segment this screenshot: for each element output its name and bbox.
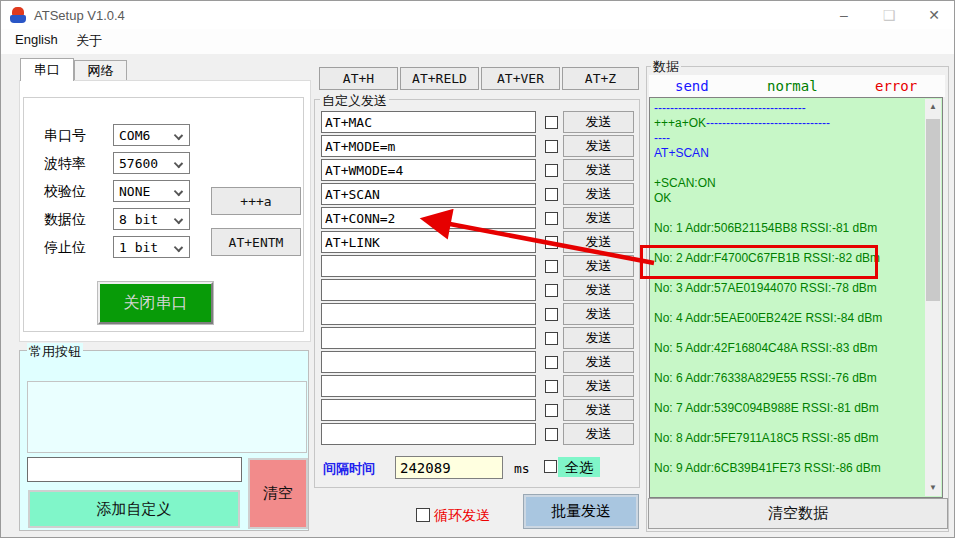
send-button[interactable]: 发送: [563, 207, 634, 229]
data-group-label: 数据: [651, 58, 681, 76]
send-button[interactable]: 发送: [563, 255, 634, 277]
data-log[interactable]: --------------------------------------++…: [649, 97, 943, 498]
custom-command-row: 发送: [321, 183, 637, 205]
baud-select[interactable]: 57600: [113, 152, 190, 174]
databits-label: 数据位: [44, 211, 86, 229]
scroll-down-icon[interactable]: ▼: [925, 480, 941, 496]
send-button[interactable]: 发送: [563, 159, 634, 181]
at-ver-button[interactable]: AT+VER: [481, 67, 560, 90]
command-checkbox[interactable]: [545, 212, 558, 225]
minimize-button[interactable]: –: [829, 1, 859, 29]
send-button[interactable]: 发送: [563, 135, 634, 157]
batch-send-button[interactable]: 批量发送: [524, 495, 638, 528]
command-checkbox[interactable]: [545, 356, 558, 369]
log-line: No: 6 Addr:76338A829E55 RSSI:-76 dBm: [654, 371, 912, 386]
log-line: [654, 416, 912, 431]
command-checkbox[interactable]: [545, 164, 558, 177]
command-checkbox[interactable]: [545, 380, 558, 393]
interval-input[interactable]: [395, 456, 503, 479]
command-checkbox[interactable]: [545, 116, 558, 129]
custom-command-input[interactable]: [321, 207, 536, 229]
tab-network[interactable]: 网络: [74, 60, 127, 81]
port-label: 串口号: [44, 127, 86, 145]
log-segment: No: 4 Addr:5EAE00EB242E RSSI:-84 dBm: [654, 311, 882, 325]
log-line: +++a+OK-------------------------------: [654, 116, 912, 131]
custom-command-input[interactable]: [321, 327, 536, 349]
close-button[interactable]: ✕: [919, 1, 949, 29]
close-serial-port-button[interactable]: 关闭串口: [98, 282, 213, 324]
send-button[interactable]: 发送: [563, 279, 634, 301]
custom-command-input[interactable]: [321, 183, 536, 205]
add-custom-button[interactable]: 添加自定义: [28, 490, 240, 528]
stopbits-label: 停止位: [44, 239, 86, 257]
scrollbar-thumb[interactable]: [926, 119, 940, 301]
custom-command-row: 发送: [321, 279, 637, 301]
chevron-down-icon: [174, 187, 183, 196]
port-value: COM6: [119, 128, 150, 143]
custom-command-row: 发送: [321, 303, 637, 325]
send-button[interactable]: 发送: [563, 399, 634, 421]
at-entm-button[interactable]: AT+ENTM: [211, 228, 301, 256]
scroll-up-icon[interactable]: ▲: [925, 99, 941, 115]
custom-command-input[interactable]: [321, 351, 536, 373]
command-checkbox[interactable]: [545, 236, 558, 249]
send-button[interactable]: 发送: [563, 303, 634, 325]
log-line: --------------------------------------: [654, 101, 912, 116]
command-checkbox[interactable]: [545, 332, 558, 345]
command-checkbox[interactable]: [545, 284, 558, 297]
select-all-checkbox[interactable]: [544, 460, 557, 473]
custom-command-input[interactable]: [321, 279, 536, 301]
send-button[interactable]: 发送: [563, 183, 634, 205]
custom-name-input[interactable]: [27, 457, 242, 482]
annotation-highlight-box: [640, 245, 878, 279]
send-button[interactable]: 发送: [563, 231, 634, 253]
log-segment: No: 6 Addr:76338A829E55 RSSI:-76 dBm: [654, 371, 877, 385]
parity-select[interactable]: NONE: [113, 180, 190, 202]
log-line: ----: [654, 131, 912, 146]
clear-common-button[interactable]: 清空: [248, 458, 308, 529]
send-button[interactable]: 发送: [563, 375, 634, 397]
send-button[interactable]: 发送: [563, 111, 634, 133]
window-title: ATSetup V1.0.4: [34, 8, 125, 23]
custom-command-input[interactable]: [321, 399, 536, 421]
port-select[interactable]: COM6: [113, 124, 190, 146]
send-button[interactable]: 发送: [563, 327, 634, 349]
tab-serial[interactable]: 串口: [20, 58, 74, 81]
custom-command-input[interactable]: [321, 255, 536, 277]
log-line: [654, 446, 912, 461]
plus-a-button[interactable]: +++a: [211, 187, 301, 215]
custom-command-input[interactable]: [321, 303, 536, 325]
databits-select[interactable]: 8 bit: [113, 208, 190, 230]
command-checkbox[interactable]: [545, 308, 558, 321]
legend-normal: normal: [767, 78, 818, 94]
send-button[interactable]: 发送: [563, 423, 634, 445]
at-h-button[interactable]: AT+H: [319, 67, 398, 90]
command-checkbox[interactable]: [545, 188, 558, 201]
command-checkbox[interactable]: [545, 404, 558, 417]
custom-command-input[interactable]: [321, 423, 536, 445]
log-segment: +SCAN:ON: [654, 176, 716, 190]
maximize-button[interactable]: ❑: [874, 1, 904, 29]
custom-command-input[interactable]: [321, 159, 536, 181]
command-checkbox[interactable]: [545, 428, 558, 441]
custom-command-row: 发送: [321, 327, 637, 349]
command-checkbox[interactable]: [545, 140, 558, 153]
command-checkbox[interactable]: [545, 260, 558, 273]
custom-command-input[interactable]: [321, 231, 536, 253]
log-scrollbar[interactable]: ▲ ▼: [925, 99, 941, 496]
send-button[interactable]: 发送: [563, 351, 634, 373]
custom-command-input[interactable]: [321, 375, 536, 397]
log-line: [654, 356, 912, 371]
custom-command-input[interactable]: [321, 111, 536, 133]
databits-value: 8 bit: [119, 212, 158, 227]
custom-command-input[interactable]: [321, 135, 536, 157]
custom-command-row: 发送: [321, 135, 637, 157]
loop-send-checkbox[interactable]: [416, 508, 430, 522]
menu-item-about[interactable]: 关于: [76, 32, 102, 50]
at-z-button[interactable]: AT+Z: [562, 67, 639, 90]
clear-data-button[interactable]: 清空数据: [648, 498, 948, 529]
menu-item-english[interactable]: English: [15, 32, 58, 47]
at-reld-button[interactable]: AT+RELD: [400, 67, 479, 90]
stopbits-select[interactable]: 1 bit: [113, 236, 190, 258]
app-window: ATSetup V1.0.4 – ❑ ✕ English 关于 串口 网络 串口…: [0, 0, 955, 538]
